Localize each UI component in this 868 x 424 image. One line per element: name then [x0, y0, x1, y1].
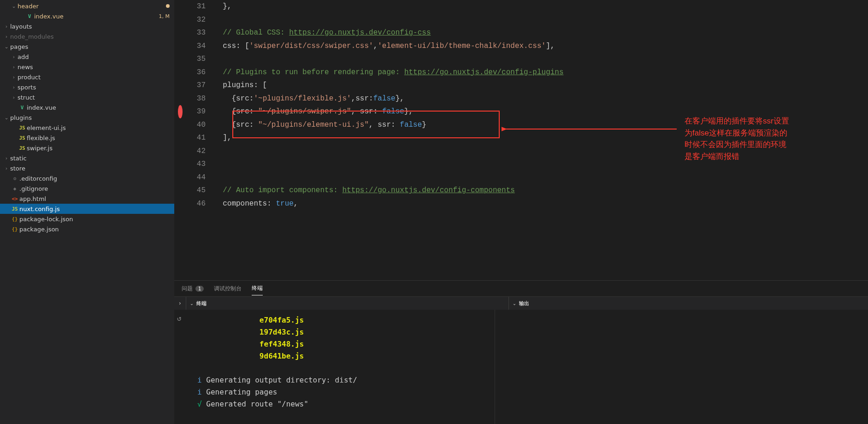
file-item[interactable]: JSswiper.js	[0, 143, 174, 153]
file-item[interactable]: {}package-lock.json	[0, 214, 174, 224]
code-line[interactable]: // Auto import components: https://go.nu…	[214, 184, 868, 197]
code-line[interactable]	[214, 53, 868, 66]
code-line[interactable]: components: true,	[214, 197, 868, 211]
code-line[interactable]: plugins: [	[214, 79, 868, 92]
folder-item[interactable]: ⌄plugins	[0, 112, 174, 123]
folder-item[interactable]: ›add	[0, 52, 174, 62]
folder-item[interactable]: ⌄header	[0, 1, 174, 11]
tree-item-label: node_modules	[10, 33, 174, 40]
gear-icon: ⚙	[10, 176, 19, 182]
file-tree[interactable]: ⌄headerVindex.vue1, M›layouts›node_modul…	[0, 0, 174, 424]
tree-item-label: news	[18, 64, 174, 71]
tree-item-label: element-ui.js	[27, 124, 174, 131]
line-number: 35	[186, 53, 206, 66]
folder-item[interactable]: ⌄pages	[0, 41, 174, 52]
panel-collapse-right-icon[interactable]: ›	[179, 300, 181, 306]
folder-item[interactable]: ›news	[0, 62, 174, 72]
chevron-right-icon: ›	[10, 74, 18, 80]
code-line[interactable]: // Plugins to run before rendering page:…	[214, 66, 868, 79]
chevron-right-icon: ›	[3, 155, 10, 161]
line-number: 44	[186, 171, 206, 184]
file-item[interactable]: Vindex.vue	[0, 102, 174, 112]
folder-item[interactable]: ›static	[0, 153, 174, 163]
chevron-right-icon: ›	[3, 24, 10, 29]
breakpoint-icon[interactable]	[178, 105, 183, 118]
json-file-icon: {}	[10, 226, 19, 232]
terminal-line: i Generating output directory: dist/	[197, 374, 485, 386]
chevron-down-icon: ⌄	[10, 3, 18, 9]
problems-count-badge: 1	[195, 286, 204, 292]
html-file-icon: <>	[10, 196, 19, 202]
line-number: 43	[186, 158, 206, 171]
code-line[interactable]	[214, 145, 868, 158]
file-item[interactable]: JSelement-ui.js	[0, 123, 174, 133]
folder-item[interactable]: ›layouts	[0, 21, 174, 31]
terminal-section-header[interactable]: ⌄ 终端	[186, 297, 508, 310]
code-area[interactable]: }, // Global CSS: https://go.nuxtjs.dev/…	[214, 0, 868, 280]
folder-item[interactable]: ›sports	[0, 82, 174, 92]
line-number: 34	[186, 40, 206, 53]
tab-debug-console-label: 调试控制台	[214, 285, 242, 293]
vue-file-icon: V	[18, 105, 27, 111]
line-number: 31	[186, 0, 206, 13]
terminal-line: 9d641be.js	[197, 350, 485, 362]
tree-item-label: product	[18, 74, 174, 81]
tree-item-label: swiper.js	[27, 145, 174, 152]
tab-debug-console[interactable]: 调试控制台	[214, 282, 242, 295]
code-line[interactable]	[214, 171, 868, 184]
folder-item[interactable]: ›node_modules	[0, 31, 174, 41]
code-editor[interactable]: 31323334353637383940414243444546 }, // G…	[174, 0, 868, 280]
tree-item-label: package-lock.json	[19, 216, 174, 223]
output-section-header[interactable]: ⌄ 输出	[508, 297, 868, 310]
code-line[interactable]: {src: "~/plugins/element-ui.js", ssr: fa…	[214, 118, 868, 132]
file-explorer: ⌄headerVindex.vue1, M›layouts›node_modul…	[0, 0, 174, 424]
line-number: 36	[186, 66, 206, 79]
tree-item-label: index.vue	[27, 104, 174, 111]
tree-item-label: struct	[18, 94, 174, 101]
js-file-icon: JS	[18, 145, 27, 151]
code-line[interactable]: {src: "~/plugins/swiper.js", ssr: false}…	[214, 105, 868, 118]
file-item[interactable]: <>app.html	[0, 194, 174, 204]
vue-file-icon: V	[25, 13, 34, 19]
code-line[interactable]: // Global CSS: https://go.nuxtjs.dev/con…	[214, 26, 868, 40]
line-number: 32	[186, 13, 206, 27]
chevron-right-icon: ›	[3, 34, 10, 40]
code-line[interactable]	[214, 158, 868, 171]
folder-item[interactable]: ›struct	[0, 92, 174, 102]
code-line[interactable]: {src:'~plugins/flexible.js',ssr:false},	[214, 92, 868, 106]
app-root: ⌄headerVindex.vue1, M›layouts›node_modul…	[0, 0, 868, 424]
file-item[interactable]: JSflexible.js	[0, 133, 174, 143]
modified-dot-icon	[166, 4, 170, 8]
tab-terminal[interactable]: 终端	[252, 282, 263, 295]
chevron-down-icon: ⌄	[513, 301, 516, 306]
tree-item-label: header	[18, 3, 166, 10]
git-status-badge: 1, M	[159, 13, 170, 19]
line-number: 37	[186, 79, 206, 92]
code-line[interactable]: ],	[214, 131, 868, 145]
code-line[interactable]	[214, 13, 868, 27]
tab-problems[interactable]: 问题 1	[182, 282, 204, 295]
terminal-line: e704fa5.js	[197, 314, 485, 326]
file-item[interactable]: Vindex.vue1, M	[0, 11, 174, 21]
tree-item-label: .editorconfig	[19, 175, 174, 182]
file-item[interactable]: JSnuxt.config.js	[0, 204, 174, 214]
folder-item[interactable]: ›store	[0, 163, 174, 173]
line-number: 41	[186, 131, 206, 145]
tab-terminal-label: 终端	[252, 284, 263, 292]
json-file-icon: {}	[10, 216, 19, 222]
code-line[interactable]: },	[214, 0, 868, 13]
terminal-line: fef4348.js	[197, 338, 485, 350]
code-line[interactable]: css: ['swiper/dist/css/swiper.css','elem…	[214, 40, 868, 53]
folder-item[interactable]: ›product	[0, 72, 174, 82]
tab-problems-label: 问题	[182, 285, 193, 293]
file-item[interactable]: ◆.gitignore	[0, 183, 174, 194]
file-item[interactable]: ⚙.editorconfig	[0, 173, 174, 183]
tree-item-label: add	[18, 53, 174, 60]
output-pane[interactable]	[495, 310, 868, 424]
tree-item-label: index.vue	[34, 13, 159, 20]
main-area: 31323334353637383940414243444546 }, // G…	[174, 0, 868, 424]
terminal-output[interactable]: ↺ e704fa5.js 197d43c.js fef4348.js 9d641…	[174, 310, 495, 424]
history-icon[interactable]: ↺	[177, 312, 182, 324]
terminal-line: i Generating pages	[197, 386, 485, 398]
file-item[interactable]: {}package.json	[0, 224, 174, 234]
